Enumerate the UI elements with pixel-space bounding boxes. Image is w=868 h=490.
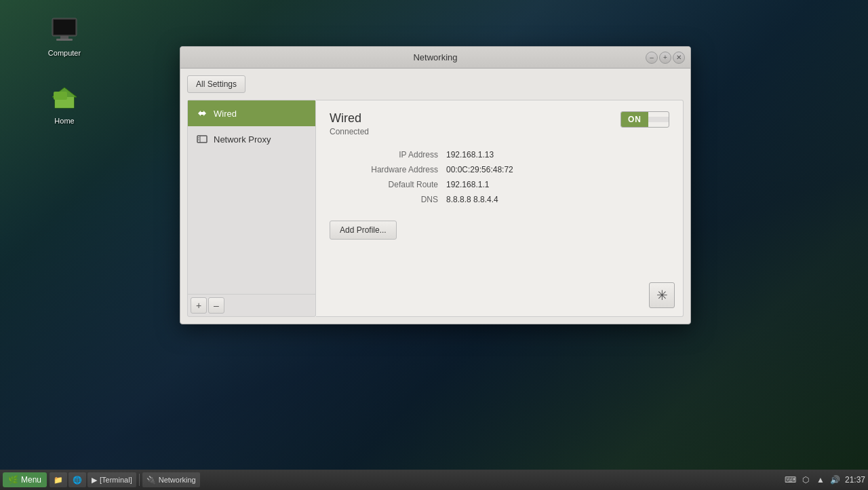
taskbar-menu-icon: 🌿 [8,475,18,485]
taskbar-files-button[interactable]: 📁 [50,472,67,487]
ip-address-label: IP Address [330,150,438,159]
sidebar-item-network-proxy-label: Network Proxy [214,134,271,145]
taskbar-apps: 📁 🌐 ▶ [Terminal] 🔌 Networking [50,472,200,487]
svg-rect-1 [54,20,75,35]
svg-rect-3 [56,39,73,41]
taskbar: 🌿 Menu 📁 🌐 ▶ [Terminal] 🔌 Networking [0,470,868,490]
taskbar-networking-app[interactable]: 🔌 Networking [142,472,200,487]
all-settings-button[interactable]: All Settings [187,75,245,93]
keyboard-icon[interactable]: ⌨ [785,474,796,485]
taskbar-time: 21:37 [845,475,865,485]
content-header: Wired Connected ON [330,111,669,136]
taskbar-menu-label: Menu [21,475,41,485]
maximize-button[interactable]: + [659,52,671,64]
taskbar-terminal-app[interactable]: ▶ [Terminal] [87,472,136,487]
toggle-on-label: ON [621,112,648,127]
sidebar-items: Wired N [188,100,315,294]
sidebar-item-network-proxy[interactable]: Network Proxy [188,126,315,152]
volume-icon[interactable]: 🔊 [830,474,841,485]
desktop-icon-computer[interactable]: Computer [37,14,92,57]
network-details: IP Address 192.168.1.13 Hardware Address… [330,150,669,204]
tools-button[interactable]: ✳ [649,282,675,308]
add-profile-button[interactable]: Add Profile... [330,221,397,240]
sidebar: Wired N [187,100,316,317]
taskbar-separator-1 [139,474,140,486]
window-title: Networking [413,52,457,62]
desktop: Computer Home Networking – + ✕ All Setti… [0,0,868,490]
network-proxy-icon [196,133,208,145]
network-name: Wired [330,111,369,126]
computer-icon [48,14,81,46]
dns-value: 8.8.8.8 8.8.4.4 [446,195,498,204]
network-info: Wired Connected [330,111,369,136]
network-toggle[interactable]: ON [620,111,669,128]
hardware-address-value: 00:0C:29:56:48:72 [446,165,513,174]
networking-taskbar-icon: 🔌 [146,476,156,485]
taskbar-menu-button[interactable]: 🌿 Menu [3,472,47,487]
taskbar-networking-label: Networking [159,476,196,484]
toggle-off-area [648,117,669,122]
taskbar-browser-button[interactable]: 🌐 [68,472,86,487]
default-route-value: 192.168.1.1 [446,180,489,189]
dns-label: DNS [330,195,438,204]
detail-row-dns: DNS 8.8.8.8 8.8.4.4 [330,195,669,204]
sidebar-add-button[interactable]: + [191,297,207,314]
hardware-address-label: Hardware Address [330,165,438,174]
taskbar-terminal-label: [Terminal] [100,476,132,484]
detail-row-route: Default Route 192.168.1.1 [330,180,669,189]
home-icon-label: Home [54,117,74,125]
ip-address-value: 192.168.1.13 [446,150,494,159]
default-route-label: Default Route [330,180,438,189]
detail-row-ip: IP Address 192.168.1.13 [330,150,669,159]
browser-icon: 🌐 [73,476,82,485]
terminal-icon: ▶ [92,476,97,485]
main-area: Wired N [187,100,684,317]
network-status: Connected [330,127,369,136]
sidebar-item-wired[interactable]: Wired [188,100,315,126]
computer-icon-label: Computer [48,49,81,57]
tools-icon: ✳ [656,287,668,303]
network-tray-icon[interactable]: ▲ [815,474,826,485]
wired-icon [196,107,208,119]
desktop-icon-home[interactable]: Home [37,81,92,125]
taskbar-right: ⌨ ⬡ ▲ 🔊 21:37 [785,474,865,485]
svg-rect-6 [54,92,67,100]
svg-point-10 [198,139,199,140]
sidebar-remove-button[interactable]: – [208,297,224,314]
sidebar-bottom: + – [188,294,315,316]
files-icon: 📁 [54,476,63,485]
window-titlebar: Networking – + ✕ [180,47,690,69]
home-folder-icon [48,81,81,114]
content-area: Wired Connected ON IP Address 192.168.1.… [316,100,684,317]
window-controls: – + ✕ [646,52,685,64]
bluetooth-icon[interactable]: ⬡ [800,474,811,485]
detail-row-hardware: Hardware Address 00:0C:29:56:48:72 [330,165,669,174]
window-content: All Settings Wired [180,69,690,324]
networking-window: Networking – + ✕ All Settings [180,46,691,324]
sidebar-item-wired-label: Wired [214,109,237,119]
close-button[interactable]: ✕ [673,52,685,64]
svg-point-9 [198,137,199,138]
svg-rect-2 [60,36,68,39]
minimize-button[interactable]: – [646,52,658,64]
svg-rect-7 [197,136,207,143]
